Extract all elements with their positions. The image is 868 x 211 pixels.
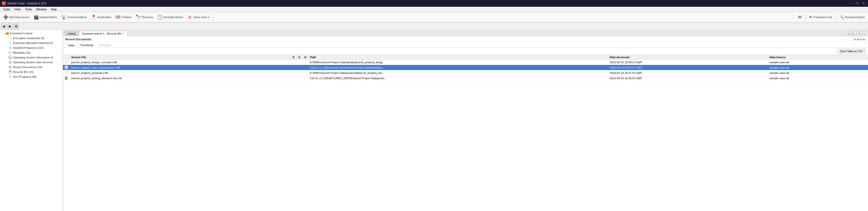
th-data-source[interactable]: Data Source xyxy=(768,55,868,60)
settings-gear-button[interactable]: ⚙ xyxy=(13,24,19,29)
row3-o xyxy=(303,70,309,76)
folder-icon xyxy=(5,31,9,35)
geolocation-button[interactable]: 📍 Geolocation xyxy=(89,14,113,20)
add-data-source-label: Add Data Source xyxy=(9,16,29,19)
sub-tab-summary-label: Summary xyxy=(99,44,111,47)
main-layout: ▽ Extracted Content ▷ 📄 Encryption Suspe… xyxy=(0,30,868,211)
timeline-icon xyxy=(116,15,121,20)
th-s[interactable]: S xyxy=(291,55,297,60)
sidebar-item-extracted-content[interactable]: ▽ Extracted Content xyxy=(0,31,63,36)
svg-rect-5 xyxy=(5,32,7,33)
expand-arrow-extracted-content: ▽ xyxy=(2,32,4,34)
app-title: Sample Case - Autopsy 4.18.0 xyxy=(7,2,46,5)
menu-view[interactable]: View xyxy=(12,7,23,11)
page-prev-button[interactable]: ◁ xyxy=(846,31,851,36)
page-new-button[interactable]: □ xyxy=(862,31,867,36)
row4-icon-cell: 📗 xyxy=(63,76,70,81)
sidebar-item-os-info[interactable]: ▷ Operating System Information (4 xyxy=(0,55,63,60)
xlsx-icon-4: 📗 xyxy=(64,76,68,80)
menu-window[interactable]: Window xyxy=(34,7,49,11)
email-button[interactable]: ✉ xyxy=(797,14,803,21)
communications-button[interactable]: 📡 Communications xyxy=(59,14,89,20)
sub-tab-bar: Table Thumbnail Summary xyxy=(63,42,868,48)
sidebar-item-extension-mismatch[interactable]: ▷ 📄 Extension Mismatch Detected (5 xyxy=(0,40,63,46)
sidebar-item-metadata[interactable]: ▷ </> Metadata (13) xyxy=(0,50,63,55)
page-next-button[interactable]: ▷ xyxy=(851,31,857,36)
sidebar-item-run-programs[interactable]: ▷ ⚙ Run Programs (95) xyxy=(0,74,63,79)
sidebar-item-recent-documents[interactable]: ▷ Recent Documents (24) xyxy=(0,65,63,69)
results-count: 24 Results xyxy=(853,38,866,41)
gear-icon-run: ⚙ xyxy=(8,75,12,79)
save-csv-button[interactable]: Save Table as CSV xyxy=(837,49,866,54)
row3-c xyxy=(297,70,303,76)
keyword-lists-label: ▾ Keyword Lists xyxy=(813,16,832,19)
row4-path: \\10.11.11.128\SECURED_DRIVE\Secret Proj… xyxy=(309,76,608,81)
page-nav: ◁ ▷ ▾ □ xyxy=(846,31,867,36)
table-container[interactable]: Source File S C O Path xyxy=(63,55,868,211)
images-videos-button[interactable]: 🎬 Images/Videos xyxy=(32,14,59,20)
person-icon-user xyxy=(8,60,12,64)
row2-date-accessed: 2015-03-23 20:27:37 GMT xyxy=(608,65,768,70)
sub-tab-thumbnail[interactable]: Thumbnail xyxy=(78,43,96,48)
pptx-icon-2: 📊 xyxy=(64,66,68,69)
sidebar-wrapper: ▽ Extracted Content ▷ 📄 Encryption Suspe… xyxy=(0,30,63,211)
row2-icon-cell: 📊 xyxy=(63,65,70,70)
generate-report-button[interactable]: 📋 Generate Report xyxy=(155,14,185,20)
row2-path: \\10.11.11.128\secured_drive\Secret Proj… xyxy=(309,65,608,70)
keyword-search-button[interactable]: 🔍 Keyword Search xyxy=(838,14,867,20)
tab-keyword-search[interactable]: Keyword search 1 - Recycle Bin × xyxy=(79,31,127,36)
th-source-file[interactable]: Source File xyxy=(70,55,291,60)
row2-o xyxy=(303,65,309,70)
discovery-button[interactable]: 🔭 Discovery xyxy=(134,14,155,20)
svg-rect-13 xyxy=(9,71,11,73)
th-o[interactable]: O xyxy=(303,55,309,60)
sidebar-item-installed-programs-label: Installed Programs (114) xyxy=(13,47,43,49)
sidebar-item-recycle-bin[interactable]: ▷ Recycle Bin (10) xyxy=(0,69,63,74)
sidebar-item-os-user-account[interactable]: ▷ Operating System User Account xyxy=(0,60,63,65)
sidebar-item-installed-programs[interactable]: ▷ ⚙ Installed Programs (114) xyxy=(0,46,63,50)
sub-tab-table[interactable]: Table xyxy=(65,43,77,48)
svg-rect-0 xyxy=(116,16,121,16)
add-data-source-button[interactable]: ➕ Add Data Source xyxy=(1,14,31,20)
row3-s xyxy=(291,70,297,76)
table-row[interactable]: 📊 [secret_project]_final_meeting.pptx.LN… xyxy=(63,65,868,70)
results-table: Source File S C O Path xyxy=(63,55,868,81)
minimize-button[interactable]: — xyxy=(848,1,854,5)
discovery-icon: 🔭 xyxy=(136,15,141,20)
maximize-button[interactable]: ❐ xyxy=(855,1,860,5)
th-path[interactable]: Path xyxy=(309,55,608,60)
menu-help[interactable]: Help xyxy=(49,7,59,11)
generate-report-label: Generate Report xyxy=(163,16,183,19)
tab-listing[interactable]: Listing xyxy=(64,31,79,36)
keyword-search-label: Keyword Search xyxy=(845,16,865,19)
th-date-accessed[interactable]: Date Accessed xyxy=(608,55,768,60)
close-button[interactable]: ✕ xyxy=(861,1,866,5)
forward-button[interactable]: ▶ xyxy=(7,24,12,29)
section-title: Recent Documents xyxy=(65,38,92,41)
back-button[interactable]: ◀ xyxy=(1,24,6,29)
table-row[interactable]: 📗 (secret_project)_pricing_decision.xlsx… xyxy=(63,76,868,81)
row2-s xyxy=(291,65,297,70)
row1-data-source: sample-case.dd xyxy=(768,60,868,65)
sub-tab-thumbnail-label: Thumbnail xyxy=(81,44,93,47)
lnk-icon-3: 📄 xyxy=(64,71,68,74)
page-dropdown-button[interactable]: ▾ xyxy=(857,31,862,36)
sidebar-item-encryption-suspected[interactable]: ▷ 📄 Encryption Suspected (9) xyxy=(0,36,63,40)
menu-tools[interactable]: Tools xyxy=(23,7,34,11)
row3-source-file: [secret_project]_proposal.LNK xyxy=(70,70,291,76)
geolocation-icon: 📍 xyxy=(91,15,96,20)
keyword-lists-button[interactable]: 👁 ▾ Keyword Lists xyxy=(807,14,834,20)
row4-c xyxy=(297,76,303,81)
sidebar-item-os-user-account-label: Operating System User Account xyxy=(13,61,53,64)
th-c[interactable]: C xyxy=(297,55,303,60)
window-controls[interactable]: — ❐ ✕ xyxy=(848,1,866,5)
menu-bar: Case View Tools Window Help xyxy=(0,7,868,12)
menu-case[interactable]: Case xyxy=(1,7,12,11)
timeline-button[interactable]: Timeline xyxy=(114,14,133,20)
table-row[interactable]: 📄 [secret_project]_design_concept.LNK E:… xyxy=(63,60,868,65)
table-row[interactable]: 📄 [secret_project]_proposal.LNK E:\RM#1\… xyxy=(63,70,868,76)
lnk-icon-1: 📄 xyxy=(64,60,68,64)
tab-close-button[interactable]: × xyxy=(123,32,124,35)
close-case-button[interactable]: ⊗ Close Case ∨ xyxy=(185,14,212,20)
discovery-label: Discovery xyxy=(142,16,153,19)
